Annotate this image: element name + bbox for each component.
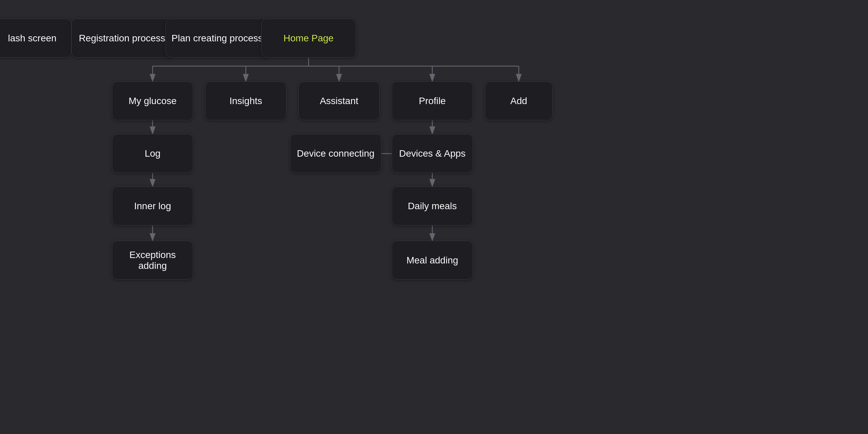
devices-apps-label: Devices & Apps: [399, 148, 466, 159]
my-glucose-node[interactable]: My glucose: [112, 81, 193, 120]
plan-creating-process-node[interactable]: Plan creating process: [165, 19, 269, 58]
flash-screen-label: lash screen: [8, 33, 56, 44]
meal-adding-node[interactable]: Meal adding: [392, 241, 473, 280]
home-page-label: Home Page: [283, 33, 334, 44]
assistant-node[interactable]: Assistant: [298, 81, 380, 120]
inner-log-label: Inner log: [134, 201, 171, 212]
device-connecting-label: Device connecting: [297, 148, 375, 159]
devices-apps-node[interactable]: Devices & Apps: [392, 134, 473, 173]
daily-meals-label: Daily meals: [408, 201, 457, 212]
add-node[interactable]: Add: [485, 81, 553, 120]
home-page-node[interactable]: Home Page: [261, 19, 356, 58]
exceptions-adding-node[interactable]: Exceptions adding: [112, 241, 193, 280]
my-glucose-label: My glucose: [129, 96, 177, 106]
add-label: Add: [510, 96, 527, 106]
profile-label: Profile: [419, 96, 446, 106]
log-node[interactable]: Log: [112, 134, 193, 173]
log-label: Log: [145, 148, 161, 159]
meal-adding-label: Meal adding: [407, 255, 458, 266]
device-connecting-node[interactable]: Device connecting: [290, 134, 381, 173]
inner-log-node[interactable]: Inner log: [112, 186, 193, 225]
flash-screen-node[interactable]: lash screen: [0, 19, 71, 58]
insights-label: Insights: [230, 96, 262, 106]
registration-process-label: Registration process: [79, 33, 165, 44]
profile-node[interactable]: Profile: [392, 81, 473, 120]
assistant-label: Assistant: [320, 96, 358, 106]
daily-meals-node[interactable]: Daily meals: [392, 186, 473, 225]
plan-creating-process-label: Plan creating process: [172, 33, 263, 44]
exceptions-adding-label: Exceptions adding: [118, 250, 188, 271]
insights-node[interactable]: Insights: [205, 81, 287, 120]
diagram-canvas: lash screen Registration process Plan cr…: [0, 0, 868, 434]
registration-process-node[interactable]: Registration process: [71, 19, 173, 58]
